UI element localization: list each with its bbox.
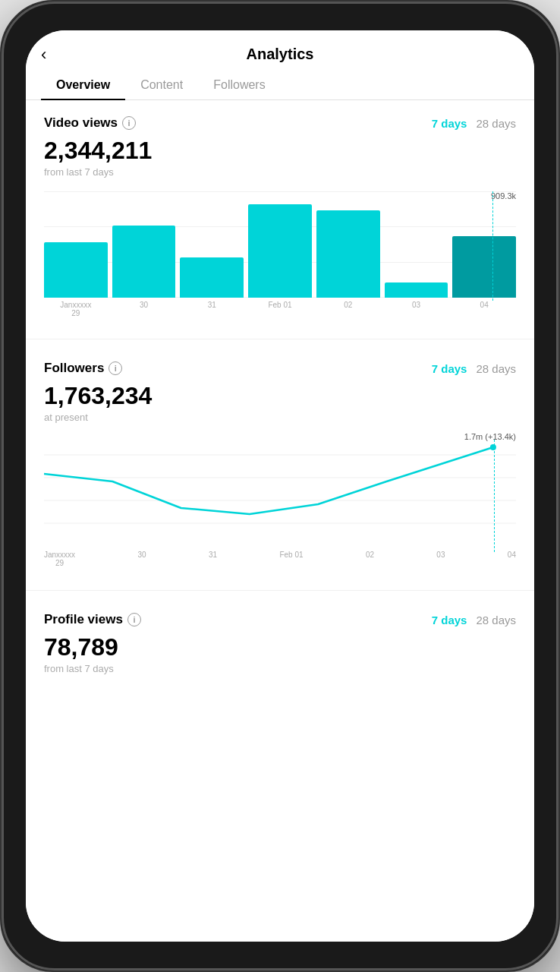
followers-title-group: Followers i [44,361,122,376]
profile-views-value: 78,789 [44,633,516,661]
profile-views-7days[interactable]: 7 days [432,614,467,626]
line-label-jan29: Janxxxxx29 [44,551,75,567]
video-views-dashed-line [492,191,493,301]
bar-jan29 [44,242,108,298]
bar-jan30 [112,226,176,298]
followers-7days[interactable]: 7 days [432,362,467,375]
profile-views-header: Profile views i 7 days 28 days [44,612,516,627]
tab-content[interactable]: Content [125,71,198,99]
bar-label-jan29: Janxxxxx29 [44,301,108,317]
video-views-header: Video views i 7 days 28 days [44,115,516,131]
profile-views-title: Profile views [44,612,123,627]
video-views-section: Video views i 7 days 28 days 2,344,211 f… [26,100,534,333]
profile-views-subtitle: from last 7 days [44,663,516,674]
line-label-jan31: 31 [209,551,217,567]
profile-views-section: Profile views i 7 days 28 days 78,789 fr… [26,597,534,714]
followers-time-filters: 7 days 28 days [432,362,516,375]
video-views-28days[interactable]: 28 days [476,117,516,130]
bar-feb01 [248,204,312,298]
bar-label-feb03: 03 [385,301,448,317]
bar-feb04 [452,236,516,298]
followers-value: 1,763,234 [44,382,516,410]
profile-views-info-icon[interactable]: i [127,613,141,626]
line-label-feb02: 02 [366,551,374,567]
section-divider-1 [26,339,534,339]
grid-line-1 [44,191,516,192]
profile-views-title-group: Profile views i [44,612,141,627]
followers-section: Followers i 7 days 28 days 1,763,234 at … [26,346,534,584]
svg-point-4 [490,444,496,450]
profile-views-time-filters: 7 days 28 days [432,614,516,626]
bar-chart-inner [44,191,516,298]
back-button[interactable]: ‹ [41,45,46,65]
followers-dashed-line [494,440,495,552]
video-views-time-filters: 7 days 28 days [432,117,516,130]
video-views-title-group: Video views i [44,115,136,131]
screen-content[interactable]: ‹ Analytics Overview Content Followers V… [26,30,534,942]
line-label-feb01: Feb 01 [279,551,303,567]
section-divider-2 [26,590,534,591]
phone-screen: ‹ Analytics Overview Content Followers V… [26,30,534,942]
bar-label-feb02: 02 [316,301,380,317]
followers-chart: 1.7m (+13.4k) Janxxxxx29 [44,432,516,569]
bar-x-labels: Janxxxxx29 30 31 Feb 01 02 03 04 [44,301,516,317]
followers-header: Followers i 7 days 28 days [44,361,516,376]
bar-label-feb04: 04 [452,301,516,317]
video-views-title: Video views [44,115,118,131]
video-views-subtitle: from last 7 days [44,166,516,178]
bar-feb02 [316,210,380,298]
video-views-7days[interactable]: 7 days [432,117,467,130]
tab-followers[interactable]: Followers [198,71,280,99]
line-label-feb04: 04 [508,551,516,567]
tab-bar: Overview Content Followers [26,71,534,100]
bar-label-feb01: Feb 01 [248,301,312,317]
header: ‹ Analytics [26,30,534,71]
bar-label-jan30: 30 [112,301,176,317]
followers-title: Followers [44,361,104,376]
followers-28days[interactable]: 28 days [476,362,516,375]
bar-jan31 [180,257,244,298]
line-label-jan30: 30 [137,551,146,567]
video-views-chart: 909.3k [44,191,516,317]
line-x-labels: Janxxxxx29 30 31 Feb 01 02 03 04 [44,551,516,567]
phone-device: ‹ Analytics Overview Content Followers V… [0,0,560,972]
followers-subtitle: at present [44,412,516,423]
line-label-feb03: 03 [436,551,445,567]
video-views-value: 2,344,211 [44,137,516,165]
profile-views-28days[interactable]: 28 days [476,614,516,626]
followers-annotation: 1.7m (+13.4k) [464,432,516,441]
followers-line-svg [44,432,516,546]
followers-info-icon[interactable]: i [109,361,122,375]
page-title: Analytics [247,46,314,63]
bar-label-jan31: 31 [180,301,244,317]
video-views-info-icon[interactable]: i [122,116,136,130]
bar-feb03 [385,282,448,298]
tab-overview[interactable]: Overview [41,71,125,99]
